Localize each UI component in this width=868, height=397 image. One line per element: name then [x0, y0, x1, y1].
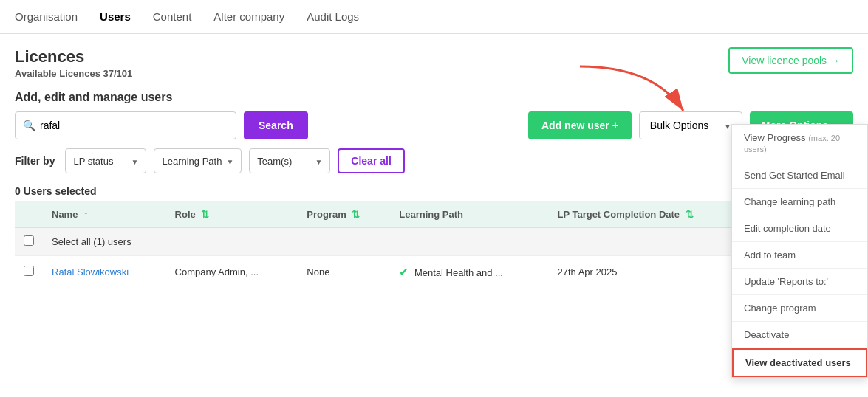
- lp-status-chevron: [131, 156, 139, 167]
- th-lp-target[interactable]: LP Target Completion Date ⇅: [548, 201, 748, 228]
- teams-label: Team(s): [257, 156, 292, 167]
- search-input[interactable]: [40, 120, 228, 131]
- teams-filter[interactable]: Team(s): [249, 148, 330, 173]
- licences-prefix: Available Licences: [15, 68, 103, 79]
- page-header: Licences Available Licences 37/101 View …: [0, 34, 868, 86]
- filter-label: Filter by: [15, 155, 55, 167]
- select-all-row: Select all (1) users: [15, 228, 853, 256]
- table-header-row: Name ↑ Role ⇅ Program ⇅ Learning Path LP…: [15, 201, 853, 228]
- page-title: Licences: [15, 47, 132, 66]
- add-user-button[interactable]: Add new user +: [528, 111, 632, 139]
- learning-path-label: Learning Path: [162, 156, 222, 167]
- nav-alter-company[interactable]: Alter company: [213, 10, 284, 23]
- th-program[interactable]: Program ⇅: [298, 201, 390, 228]
- lp-status-icon: ✔: [399, 266, 409, 278]
- th-name[interactable]: Name ↑: [43, 201, 166, 228]
- more-options-dropdown: View Progress (max. 20 users) Send Get S…: [731, 124, 868, 378]
- licences-subtitle: Available Licences 37/101: [15, 68, 132, 79]
- user-program: None: [298, 256, 390, 289]
- nav-users[interactable]: Users: [100, 10, 131, 23]
- program-sort-icon: ⇅: [352, 209, 360, 220]
- dropdown-update-reports[interactable]: Update 'Reports to:': [732, 269, 867, 295]
- lp-target-sort-icon: ⇅: [686, 209, 694, 220]
- dropdown-change-program[interactable]: Change program: [732, 295, 867, 322]
- search-button[interactable]: Search: [244, 111, 308, 139]
- select-all-checkbox[interactable]: [24, 235, 34, 246]
- dropdown-view-deactivated[interactable]: View deactivated users: [732, 348, 867, 377]
- nav-organisation[interactable]: Organisation: [15, 10, 78, 23]
- learning-path-chevron: [226, 156, 233, 167]
- user-role: Company Admin, ...: [166, 256, 298, 289]
- learning-path-filter[interactable]: Learning Path: [154, 148, 242, 173]
- name-sort-icon: ↑: [83, 209, 89, 220]
- chevron-down-icon: [724, 120, 731, 131]
- clear-all-button[interactable]: Clear all: [338, 148, 404, 173]
- lp-status-filter[interactable]: LP status: [65, 148, 146, 173]
- dropdown-add-to-team[interactable]: Add to team: [732, 242, 867, 269]
- licences-value: 37: [103, 68, 113, 79]
- top-navigation: Organisation Users Content Alter company…: [0, 0, 868, 34]
- dropdown-send-email[interactable]: Send Get Started Email: [732, 162, 867, 189]
- search-box: 🔍: [15, 111, 236, 139]
- table-row: Rafal Slowikowski Company Admin, ... Non…: [15, 256, 853, 289]
- dropdown-deactivate[interactable]: Deactivate: [732, 322, 867, 348]
- user-name-link[interactable]: Rafal Slowikowski: [52, 266, 129, 277]
- th-learning-path: Learning Path: [390, 201, 548, 228]
- lp-status-label: LP status: [73, 156, 113, 167]
- role-sort-icon: ⇅: [201, 209, 209, 220]
- user-lp-target-date: 27th Apr 2025: [548, 256, 748, 289]
- nav-content[interactable]: Content: [153, 10, 192, 23]
- th-role[interactable]: Role ⇅: [166, 201, 298, 228]
- teams-chevron: [315, 156, 322, 167]
- view-licence-pools-button[interactable]: View licence pools →: [728, 47, 853, 74]
- search-icon: 🔍: [23, 120, 35, 131]
- user-learning-path: ✔ Mental Health and ...: [390, 256, 548, 289]
- bulk-options-button[interactable]: Bulk Options: [639, 111, 742, 139]
- bulk-options-label: Bulk Options: [650, 120, 708, 131]
- users-table: Name ↑ Role ⇅ Program ⇅ Learning Path LP…: [15, 201, 853, 288]
- dropdown-edit-completion[interactable]: Edit completion date: [732, 215, 867, 242]
- nav-audit-logs[interactable]: Audit Logs: [307, 10, 359, 23]
- section-title: Add, edit and manage users: [0, 86, 868, 111]
- dropdown-change-lp[interactable]: Change learning path: [732, 189, 867, 215]
- th-checkbox: [15, 201, 43, 228]
- dropdown-view-progress[interactable]: View Progress (max. 20 users): [732, 125, 867, 162]
- licences-suffix: /101: [114, 68, 132, 79]
- row-checkbox-rafal[interactable]: [24, 266, 34, 276]
